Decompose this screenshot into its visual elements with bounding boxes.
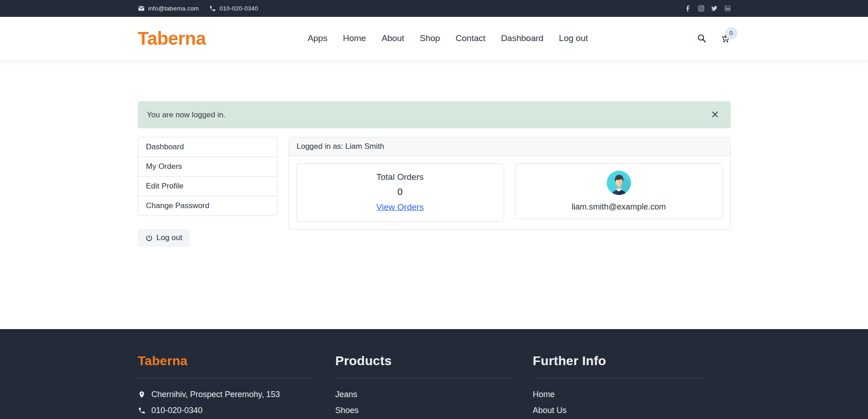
- nav-item-apps[interactable]: Apps: [308, 33, 327, 43]
- logo[interactable]: Taberna: [138, 28, 206, 49]
- footer-products-column: Products Jeans Shoes Blouse T-Shirts Jac…: [335, 354, 533, 419]
- user-avatar: [606, 170, 631, 195]
- alert-message: You are now logged in.: [147, 110, 226, 120]
- sidebar-item-dashboard[interactable]: Dashboard: [138, 137, 278, 157]
- footer-address-row: Chernihiv, Prospect Peremohy, 153: [138, 390, 336, 399]
- topbar: info@taberna.com 010-020-0340: [0, 0, 868, 17]
- footer-link-home[interactable]: Home: [533, 390, 555, 399]
- orders-count: 0: [304, 186, 496, 197]
- account-sidebar: Dashboard My Orders Edit Profile Change …: [138, 137, 278, 246]
- linkedin-link[interactable]: [725, 5, 731, 11]
- location-pin-icon: [138, 391, 146, 398]
- panel-title: Logged in as: Liam Smith: [289, 137, 730, 156]
- nav-item-contact[interactable]: Contact: [456, 33, 485, 43]
- footer-divider: [533, 378, 708, 378]
- facebook-link[interactable]: [685, 5, 691, 11]
- nav-item-logout[interactable]: Log out: [559, 33, 588, 43]
- twitter-link[interactable]: [711, 5, 717, 11]
- power-icon: [145, 234, 153, 242]
- cart-button[interactable]: 0: [721, 33, 731, 43]
- instagram-icon: [698, 5, 704, 11]
- orders-card-title: Total Orders: [304, 172, 496, 182]
- footer-info-title: Further Info: [533, 354, 731, 368]
- dashboard-panel: Logged in as: Liam Smith Total Orders 0 …: [289, 137, 731, 230]
- sidebar-item-my-orders[interactable]: My Orders: [138, 157, 278, 177]
- footer-divider: [138, 378, 313, 378]
- linkedin-icon: [725, 5, 731, 11]
- footer-link-about-us[interactable]: About Us: [533, 406, 567, 415]
- main-nav: Apps Home About Shop Contact Dashboard L…: [308, 33, 588, 43]
- logout-button[interactable]: Log out: [138, 229, 190, 246]
- alert-close-button[interactable]: ✕: [709, 108, 721, 122]
- nav-item-home[interactable]: Home: [343, 33, 366, 43]
- total-orders-card: Total Orders 0 View Orders: [296, 163, 504, 222]
- footer-products-title: Products: [335, 354, 533, 368]
- footer-link-jeans[interactable]: Jeans: [335, 390, 357, 399]
- success-alert: You are now logged in. ✕: [138, 101, 731, 128]
- footer-phone-row: 010-020-0340: [138, 406, 336, 415]
- header: Taberna Apps Home About Shop Contact Das…: [0, 17, 868, 60]
- footer: Taberna Chernihiv, Prospect Peremohy, 15…: [0, 329, 868, 419]
- footer-info-column: Further Info Home About Us FAQs Contact: [533, 354, 731, 419]
- sidebar-item-edit-profile[interactable]: Edit Profile: [138, 176, 278, 196]
- logout-button-label: Log out: [157, 233, 183, 242]
- topbar-email-text: info@taberna.com: [148, 5, 199, 12]
- sidebar-item-change-password[interactable]: Change Password: [138, 196, 278, 216]
- main-content: You are now logged in. ✕ Dashboard My Or…: [0, 101, 868, 329]
- nav-item-shop[interactable]: Shop: [420, 33, 440, 43]
- email-icon: [138, 5, 145, 12]
- footer-divider: [335, 378, 510, 378]
- topbar-phone-text: 010-020-0340: [220, 5, 258, 12]
- footer-brand: Taberna: [138, 354, 336, 368]
- footer-brand-column: Taberna Chernihiv, Prospect Peremohy, 15…: [138, 354, 336, 419]
- profile-email: liam.smith@example.com: [523, 202, 715, 212]
- phone-icon: [209, 5, 216, 12]
- social-links: [685, 5, 731, 11]
- topbar-phone-link[interactable]: 010-020-0340: [209, 5, 258, 12]
- topbar-email-link[interactable]: info@taberna.com: [138, 5, 199, 12]
- view-orders-link[interactable]: View Orders: [376, 202, 424, 212]
- cart-count-badge: 0: [725, 27, 737, 39]
- facebook-icon: [685, 5, 691, 11]
- nav-item-dashboard[interactable]: Dashboard: [501, 33, 543, 43]
- twitter-icon: [711, 5, 717, 11]
- search-icon: [697, 33, 707, 43]
- footer-link-shoes[interactable]: Shoes: [335, 406, 358, 415]
- footer-address-text: Chernihiv, Prospect Peremohy, 153: [152, 390, 280, 399]
- nav-item-about[interactable]: About: [382, 33, 405, 43]
- phone-icon: [138, 407, 146, 414]
- footer-phone-text: 010-020-0340: [152, 406, 203, 415]
- profile-card: liam.smith@example.com: [515, 163, 723, 219]
- instagram-link[interactable]: [698, 5, 704, 11]
- search-button[interactable]: [697, 33, 707, 43]
